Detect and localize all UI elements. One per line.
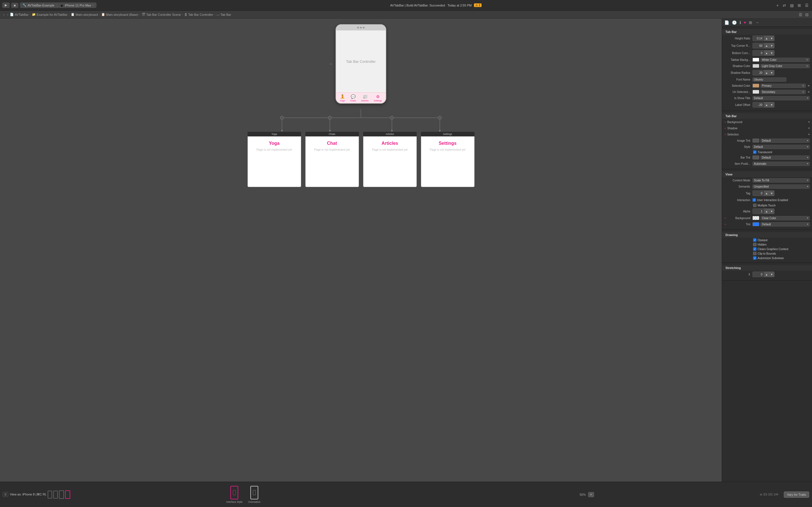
- scheme-selector[interactable]: 🔧 AVTabBar-Example | 📱 iPhone 11 Pro Max…: [20, 3, 97, 8]
- layout-button-2[interactable]: ▤: [789, 3, 795, 8]
- stepper-down[interactable]: ▼: [769, 70, 774, 75]
- device-icon-2[interactable]: [53, 491, 58, 499]
- canvas-toggle[interactable]: ☰: [3, 492, 8, 497]
- inspector-menu-btn[interactable]: ☰: [798, 12, 804, 17]
- layout-button-4[interactable]: ☰: [804, 3, 810, 8]
- panel-icon-size[interactable]: ⊞: [749, 20, 752, 25]
- stepper-tag[interactable]: 0 ▲ ▼: [753, 190, 774, 196]
- breadcrumb-item-1[interactable]: 📁Example for AVTabBar: [32, 13, 68, 16]
- canvas[interactable]: → Tab Bar Controller 🧘 Yoga: [0, 18, 722, 482]
- swatch-tabbar-bg[interactable]: [753, 58, 759, 62]
- dropdown-bar-tint[interactable]: Default ▾: [760, 156, 810, 160]
- stepper-up[interactable]: ▲: [764, 191, 769, 196]
- stepper-down[interactable]: ▼: [769, 191, 774, 196]
- checkbox-user-interaction[interactable]: [753, 198, 756, 202]
- breadcrumb-item-4[interactable]: 🎬Tab Bar Controller Scene: [142, 13, 181, 16]
- panel-icon-connections[interactable]: →: [755, 20, 759, 25]
- swatch-unselected-color[interactable]: [753, 90, 759, 94]
- dropdown-tabbar-bg[interactable]: White Color ⊙: [760, 58, 810, 62]
- dropdown-item-position[interactable]: Automatic ▾: [753, 162, 810, 166]
- swatch-image-tint[interactable]: [753, 138, 759, 143]
- dropdown-style[interactable]: Default ▾: [753, 145, 810, 149]
- orientation-phone[interactable]: [250, 486, 258, 499]
- stepper-up[interactable]: ▲: [764, 70, 769, 75]
- dropdown-tint[interactable]: Default ▾: [760, 222, 810, 226]
- swatch-tint[interactable]: [753, 222, 759, 226]
- child-screen-chat[interactable]: Chats Chat Page is not implemented yet: [305, 132, 359, 187]
- breadcrumb-item-0[interactable]: 📄 AVTabBar: [10, 13, 29, 16]
- layout-button-1[interactable]: ⇄: [781, 3, 787, 8]
- clear-btn-selected[interactable]: ✕: [808, 84, 810, 87]
- tab-chats[interactable]: 💬 Chats: [350, 94, 356, 102]
- dropdown-show-title[interactable]: Default ▾: [753, 96, 810, 100]
- panel-icon-info[interactable]: ℹ: [740, 20, 741, 25]
- stepper-alpha[interactable]: 1 ▲ ▼: [753, 209, 774, 214]
- child-screen-articles[interactable]: Articles Articles Page is not implemente…: [363, 132, 417, 187]
- stepper-bottom-corner[interactable]: 0 ▲ ▼: [753, 50, 774, 56]
- checkbox-multiple-touch[interactable]: [753, 204, 756, 207]
- device-icon-3[interactable]: [59, 490, 64, 499]
- expand-icon-background[interactable]: +: [724, 120, 726, 124]
- stepper-down[interactable]: ▼: [769, 50, 774, 55]
- swatch-background[interactable]: [753, 216, 759, 220]
- panel-icon-attributes[interactable]: ♥: [744, 20, 746, 25]
- input-font-name[interactable]: [753, 77, 786, 82]
- dropdown-shadow-color[interactable]: Light Gray Color ⊙: [760, 64, 810, 68]
- stepper-up[interactable]: ▲: [764, 102, 769, 107]
- dropdown-semantic[interactable]: Unspecified ▾: [753, 184, 810, 189]
- checkbox-clip[interactable]: [753, 252, 756, 255]
- interface-style-phone[interactable]: [231, 486, 238, 499]
- swatch-bar-tint[interactable]: [753, 156, 759, 159]
- stepper-up[interactable]: ▲: [764, 272, 769, 277]
- layout-button-3[interactable]: ⊞: [797, 3, 802, 8]
- warning-badge[interactable]: ⚠ 1: [474, 3, 481, 7]
- device-icon-1[interactable]: [48, 491, 52, 499]
- stepper-height-ratio[interactable]: 0.14 ▲ ▼: [753, 36, 774, 41]
- tab-articles[interactable]: 📰 Articles: [361, 94, 368, 102]
- expand-icon-shadow[interactable]: +: [724, 126, 726, 130]
- stepper-down[interactable]: ▼: [769, 272, 774, 277]
- play-button[interactable]: ▶: [2, 3, 10, 8]
- dropdown-background[interactable]: Clear Color ▾: [760, 216, 810, 220]
- checkbox-opaque[interactable]: [753, 238, 756, 242]
- prop-selection-expand[interactable]: + Selection ▾: [722, 131, 812, 137]
- tab-yoga[interactable]: 🧘 Yoga: [340, 94, 345, 102]
- checkbox-translucent[interactable]: [753, 151, 756, 154]
- prop-shadow-expand[interactable]: + Shadow ▾: [722, 125, 812, 131]
- stepper-down[interactable]: ▼: [769, 43, 774, 48]
- clear-btn-unselected[interactable]: ✕: [808, 91, 810, 94]
- zoom-in-btn[interactable]: +: [588, 492, 594, 497]
- add-button[interactable]: +: [775, 3, 780, 8]
- stepper-up[interactable]: ▲: [764, 50, 769, 55]
- expand-icon-bg[interactable]: +: [724, 216, 726, 220]
- stepper-down[interactable]: ▼: [769, 36, 774, 41]
- breadcrumb-item-2[interactable]: 📋Main.storyboard: [71, 13, 98, 16]
- stepper-up[interactable]: ▲: [764, 43, 769, 48]
- nav-forward[interactable]: ›: [6, 12, 10, 17]
- stepper-stretch-x[interactable]: 0 ▲ ▼: [753, 272, 774, 277]
- stepper-shadow-radius[interactable]: 20 ▲ ▼: [753, 70, 774, 75]
- device-icon-4[interactable]: [65, 490, 70, 499]
- breadcrumb-item-6[interactable]: —Tab Bar: [216, 13, 231, 16]
- dropdown-image-tint[interactable]: Default ▾: [760, 138, 810, 143]
- child-screen-settings[interactable]: Settings Settings Page is not implemente…: [421, 132, 474, 187]
- expand-icon-tint[interactable]: +: [724, 223, 726, 226]
- stepper-top-corner[interactable]: 60 ▲ ▼: [753, 43, 774, 48]
- dropdown-content-mode[interactable]: Scale To Fill ▾: [753, 178, 810, 182]
- panel-icon-file[interactable]: 📄: [724, 20, 729, 25]
- prop-background-expand[interactable]: + Background ▾: [722, 119, 812, 125]
- tab-settings[interactable]: ⚙ Settings: [374, 94, 382, 102]
- child-screen-yoga[interactable]: Yoga Yoga Page is not implemented yet: [248, 132, 301, 187]
- stepper-down[interactable]: ▼: [769, 209, 774, 214]
- stepper-up[interactable]: ▲: [764, 36, 769, 41]
- swatch-shadow-color[interactable]: [753, 64, 759, 68]
- stepper-up[interactable]: ▲: [764, 209, 769, 214]
- panel-icon-clock[interactable]: 🕐: [732, 20, 737, 25]
- stop-button[interactable]: ■: [11, 3, 18, 8]
- vary-traits-button[interactable]: Vary for Traits: [784, 492, 809, 498]
- dropdown-selected-color[interactable]: Primary ⊙: [760, 83, 806, 88]
- expand-icon-selection[interactable]: +: [724, 133, 726, 136]
- checkbox-clears[interactable]: [753, 247, 756, 251]
- stepper-label-offset[interactable]: -20 ▲ ▼: [753, 102, 774, 108]
- breadcrumb-item-3[interactable]: 📋Main.storyboard (Base): [101, 13, 138, 16]
